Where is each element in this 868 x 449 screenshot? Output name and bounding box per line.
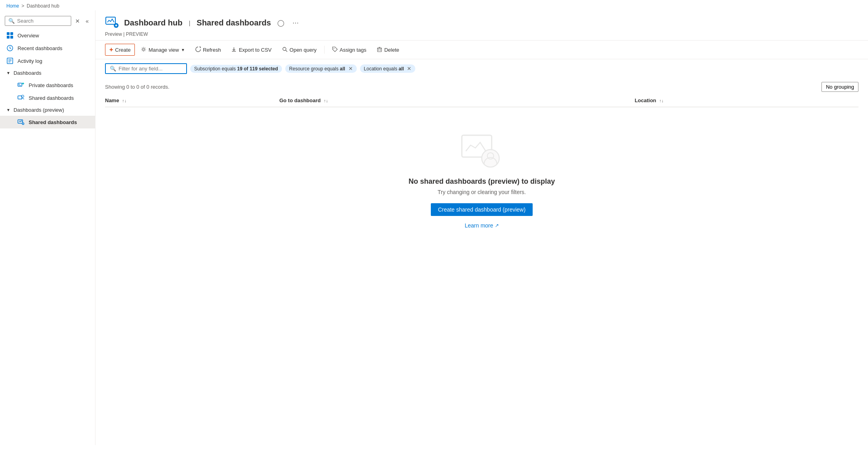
column-go-to-dashboard[interactable]: Go to dashboard ↑↓ [279,94,634,107]
title-separator: | [189,20,191,26]
search-icon: 🔍 [8,18,15,24]
sidebar-item-overview[interactable]: Overview [0,29,95,42]
resource-group-filter-pill: Resource group equals all ✕ [285,64,357,73]
column-name[interactable]: Name ↑↓ [105,94,279,107]
learn-more-text: Learn more [465,222,493,229]
create-label: Create [115,47,130,53]
svg-rect-3 [10,36,13,39]
subscription-filter-pill: Subscription equals 19 of 119 selected [190,65,282,73]
breadcrumb-separator: > [21,3,24,9]
svg-rect-11 [19,85,21,86]
svg-rect-1 [10,32,13,35]
refresh-icon [195,47,201,53]
svg-rect-28 [378,48,381,52]
close-search-button[interactable]: ✕ [74,16,82,26]
subscription-pill-text: Subscription equals 19 of 119 selected [194,66,278,72]
records-info-bar: Showing 0 to 0 of 0 records. No grouping [105,78,858,94]
collapse-sidebar-button[interactable]: « [84,16,90,26]
search-input-wrapper[interactable]: 🔍 [5,16,71,26]
refresh-label: Refresh [203,47,221,53]
export-csv-button[interactable]: Export to CSV [227,44,276,56]
create-button[interactable]: + Create [105,44,135,56]
download-icon [231,47,237,53]
sidebar-item-private-dashboards[interactable]: Private dashboards [0,79,95,91]
create-dashboard-button[interactable]: Create shared dashboard (preview) [431,203,533,216]
sidebar-item-recent-dashboards[interactable]: Recent dashboards [0,42,95,54]
sidebar-group-dashboards-preview[interactable]: ▼ Dashboards (preview) [0,104,95,116]
svg-rect-18 [106,17,115,24]
sidebar-item-shared-dashboards-preview[interactable]: Shared dashboards [0,116,95,128]
svg-rect-9 [18,83,22,86]
empty-state-subtitle: Try changing or clearing your filters. [438,189,526,195]
overview-icon [6,32,14,39]
activity-log-icon [6,57,14,64]
sidebar-private-label: Private dashboards [29,82,73,88]
open-query-button[interactable]: Open query [278,44,321,56]
sort-location-icon: ↑↓ [659,98,664,103]
sidebar-group-dashboards-label: Dashboards [14,70,41,76]
column-location[interactable]: Location ↑↓ [634,94,858,107]
chevron-down-manage: ▼ [181,48,185,52]
page-icon [105,15,119,31]
sort-name-icon: ↑↓ [122,98,127,103]
svg-point-22 [143,48,145,50]
column-goto-label: Go to dashboard [279,97,321,103]
filter-search-icon: 🔍 [110,66,116,72]
resource-group-pill-text: Resource group equals all [289,66,345,72]
toolbar: + Create Manage view ▼ Refresh [95,41,868,59]
plus-icon: + [109,46,113,53]
tag-icon [332,47,338,53]
sidebar-group-dashboards[interactable]: ▼ Dashboards [0,67,95,79]
main-content: Dashboard hub | Shared dashboards ◯ ⋯ Pr… [95,10,868,445]
svg-rect-10 [19,84,19,85]
trash-icon [377,47,382,53]
delete-button[interactable]: Delete [372,44,404,56]
empty-state: No shared dashboards (preview) to displa… [105,107,858,245]
sort-goto-icon: ↑↓ [324,98,328,103]
records-count: Showing 0 to 0 of 0 records. [105,84,169,90]
query-icon [282,47,288,53]
empty-state-icon [458,131,506,171]
pin-button[interactable]: ◯ [276,17,286,28]
sidebar-shared-preview-label: Shared dashboards [29,119,77,125]
sidebar-search-area: 🔍 ✕ « [0,14,95,29]
refresh-button[interactable]: Refresh [191,44,226,56]
search-input[interactable] [17,18,68,24]
svg-line-26 [286,50,287,52]
empty-state-title: No shared dashboards (preview) to displa… [409,177,555,186]
page-title: Dashboard hub [124,18,183,27]
gear-icon [141,47,146,53]
location-pill-remove[interactable]: ✕ [407,66,411,72]
page-preview-label: Preview | PREVIEW [105,31,858,37]
resource-group-pill-remove[interactable]: ✕ [348,66,353,72]
more-options-button[interactable]: ⋯ [291,17,300,28]
svg-rect-2 [7,36,10,39]
sidebar-item-activity-log[interactable]: Activity log [0,54,95,67]
filter-input-wrapper[interactable]: 🔍 [105,63,187,74]
svg-point-25 [283,47,286,51]
open-query-label: Open query [290,47,317,53]
filter-bar: 🔍 Subscription equals 19 of 119 selected… [95,59,868,78]
learn-more-link[interactable]: Learn more ↗ [465,222,499,229]
location-filter-pill: Location equals all ✕ [360,64,416,73]
assign-tags-label: Assign tags [340,47,366,53]
breadcrumb-home[interactable]: Home [6,3,19,9]
chevron-down-icon: ▼ [6,71,10,75]
manage-view-label: Manage view [148,47,179,53]
toolbar-divider [324,46,325,54]
manage-view-button[interactable]: Manage view ▼ [136,44,189,56]
external-link-icon: ↗ [495,223,499,228]
content-area: Showing 0 to 0 of 0 records. No grouping… [95,78,868,445]
sidebar-item-shared-dashboards[interactable]: Shared dashboards [0,91,95,104]
filter-input[interactable] [119,66,182,72]
column-location-label: Location [634,97,656,103]
chevron-down-icon-preview: ▼ [6,108,10,112]
no-grouping-button[interactable]: No grouping [821,82,858,92]
sidebar: 🔍 ✕ « Overview Recent dashboards Act [0,10,95,445]
sidebar-overview-label: Overview [18,33,39,39]
data-table: Name ↑↓ Go to dashboard ↑↓ Location ↑↓ [105,94,858,107]
shared-dashboard-preview-icon [18,119,25,126]
export-csv-label: Export to CSV [239,47,271,53]
assign-tags-button[interactable]: Assign tags [328,44,371,56]
delete-label: Delete [384,47,399,53]
